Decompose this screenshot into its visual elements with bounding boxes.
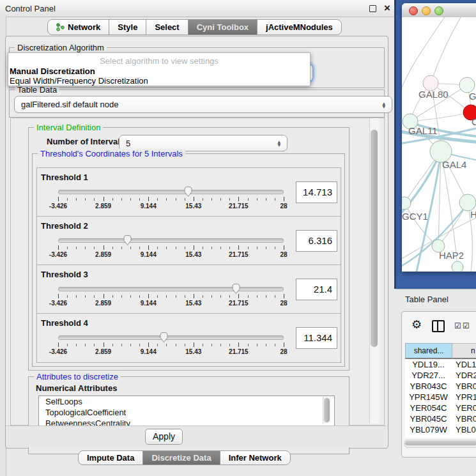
tab-select[interactable]: Select xyxy=(146,19,188,35)
table-row[interactable]: YBR045CYBR0 xyxy=(405,413,476,424)
table-data-combobox[interactable]: galFiltered.sif default node ▲▼ xyxy=(14,96,392,113)
tick-mark xyxy=(58,342,59,347)
column-header-name[interactable]: n xyxy=(452,343,476,359)
tab-network[interactable]: Network xyxy=(47,19,109,35)
tick-mark xyxy=(104,294,104,298)
cell[interactable]: YDR2 xyxy=(456,370,476,381)
float-window-icon[interactable] xyxy=(369,5,376,12)
cell[interactable]: YDL1 xyxy=(456,359,476,370)
table-row[interactable]: YER054CYER0 xyxy=(405,403,476,413)
tab-jactivemnodules[interactable]: jActiveMNodules xyxy=(257,19,342,35)
cell[interactable]: YDL19... xyxy=(405,359,452,370)
tab-infer-network[interactable]: Infer Network xyxy=(220,450,291,465)
tab-cyni-toolbox[interactable]: Cyni Toolbox xyxy=(188,19,257,35)
tick-mark xyxy=(76,247,77,249)
axis-tick-label: 9.144 xyxy=(141,300,157,307)
numerical-attributes-list[interactable]: SelfLoops TopologicalCoefficient Between… xyxy=(38,395,335,426)
tick-mark xyxy=(176,295,176,298)
tick-mark xyxy=(121,247,122,249)
network-node[interactable] xyxy=(452,261,463,272)
close-traffic-light-icon[interactable] xyxy=(409,6,418,15)
table-row[interactable]: YLR345WYLR3 xyxy=(405,435,476,438)
slider-thumb[interactable] xyxy=(123,234,132,246)
checkbox-icon[interactable]: ☑ xyxy=(463,321,470,330)
cell[interactable]: YPR1 xyxy=(456,392,476,403)
list-scrollbar-thumb[interactable] xyxy=(324,398,330,422)
slider-track[interactable] xyxy=(58,287,284,291)
number-of-intervals-label: Number of Intervals xyxy=(47,137,125,146)
cell[interactable]: YLR345W xyxy=(405,435,452,438)
network-window-titlebar[interactable] xyxy=(402,3,476,18)
threshold-label: Threshold 4 xyxy=(41,318,88,328)
threshold-value-field[interactable]: 21.4 xyxy=(296,279,337,300)
group-title: Discretization Algorithm xyxy=(15,43,107,52)
table-row[interactable]: YBL079WYBL0 xyxy=(405,424,476,435)
tick-mark xyxy=(229,247,230,249)
slider-thumb[interactable] xyxy=(183,186,193,197)
vertical-scrollbar-thumb[interactable] xyxy=(371,130,378,347)
tab-label: jActiveMNodules xyxy=(266,22,333,32)
table-row[interactable]: YDR27...YDR2 xyxy=(405,370,476,381)
threshold-slider[interactable]: -3.4262.8599.14415.4321.71528 xyxy=(58,236,284,255)
cell[interactable]: YLR3 xyxy=(456,435,476,438)
horizontal-scrollbar-thumb[interactable] xyxy=(405,441,476,445)
tick-mark xyxy=(194,294,194,298)
slider-track[interactable] xyxy=(58,238,284,243)
split-columns-icon[interactable] xyxy=(432,320,445,332)
tick-mark xyxy=(211,295,212,298)
slider-thumb[interactable] xyxy=(231,283,241,295)
combo-arrows-icon: ▲▼ xyxy=(277,140,280,146)
cell[interactable]: YBL079W xyxy=(405,424,452,435)
network-canvas[interactable]: GAL80GACGAL11GAL4GCY1HHAP2 xyxy=(402,17,476,272)
table-row[interactable]: YPR145WYPR1 xyxy=(405,392,476,403)
cell[interactable]: YBR0 xyxy=(456,381,476,392)
slider-tick-labels: -3.4262.8599.14415.4321.71528 xyxy=(58,251,284,259)
slider-tick-labels: -3.4262.8599.14415.4321.71528 xyxy=(58,203,284,210)
threshold-value-field[interactable]: 11.344 xyxy=(296,327,337,349)
apply-button[interactable]: Apply xyxy=(145,429,183,445)
slider-track[interactable] xyxy=(58,190,284,194)
table-row[interactable]: YBR043CYBR0 xyxy=(405,381,476,392)
tab-discretize-data[interactable]: Discretize Data xyxy=(142,450,220,465)
tick-mark xyxy=(194,342,194,347)
network-view-window[interactable]: GAL80GACGAL11GAL4GCY1HHAP2 xyxy=(402,3,476,272)
tick-mark xyxy=(275,247,275,249)
cell[interactable]: YBR0 xyxy=(456,413,476,424)
slider-track[interactable] xyxy=(58,335,284,340)
threshold-value-field[interactable]: 6.316 xyxy=(296,230,337,252)
cell[interactable]: YPR145W xyxy=(405,392,452,403)
cell[interactable]: YBR043C xyxy=(405,381,452,392)
tick-mark xyxy=(176,198,176,201)
slider-thumb[interactable] xyxy=(159,332,169,343)
gear-icon[interactable]: ⚙ xyxy=(411,318,422,331)
list-item[interactable]: SelfLoops xyxy=(39,396,334,407)
cell[interactable]: YER054C xyxy=(405,403,452,413)
tick-mark xyxy=(176,344,176,346)
tick-mark xyxy=(85,247,86,249)
minimize-traffic-light-icon[interactable] xyxy=(422,6,431,15)
cell[interactable]: YDR27... xyxy=(405,370,452,381)
tab-impute-data[interactable]: Impute Data xyxy=(78,450,143,465)
threshold-slider[interactable]: -3.4262.8599.14415.4321.71528 xyxy=(58,187,284,206)
axis-tick-label: 15.43 xyxy=(185,251,201,258)
popup-item-equal-width-frequency[interactable]: Equal Width/Frequency Discretization xyxy=(10,76,148,86)
list-item[interactable]: TopologicalCoefficient xyxy=(39,407,334,418)
close-icon[interactable]: × xyxy=(384,2,390,15)
table-row[interactable]: YDL19...YDL1 xyxy=(405,359,476,370)
network-node[interactable] xyxy=(402,197,411,210)
cell[interactable]: YBL0 xyxy=(456,424,476,435)
threshold-value-field[interactable]: 14.713 xyxy=(296,181,337,203)
column-header-shared[interactable]: shared... xyxy=(405,343,452,359)
axis-tick-label: 21.715 xyxy=(229,203,249,210)
horizontal-scrollbar[interactable] xyxy=(404,440,476,448)
threshold-panel-4: Threshold 4 -3.4262.8599.14415.4321.7152… xyxy=(36,313,341,363)
threshold-slider[interactable]: -3.4262.8599.14415.4321.71528 xyxy=(58,333,284,352)
cell[interactable]: YBR045C xyxy=(405,413,452,424)
zoom-traffic-light-icon[interactable] xyxy=(434,6,443,15)
threshold-slider[interactable]: -3.4262.8599.14415.4321.71528 xyxy=(58,284,284,303)
tab-style[interactable]: Style xyxy=(109,19,146,35)
cell[interactable]: YER0 xyxy=(456,403,476,413)
popup-item-manual-discretization[interactable]: Manual Discretization xyxy=(10,66,95,76)
combo-value: 5 xyxy=(126,139,130,148)
checkbox-icon[interactable]: ☑ xyxy=(454,321,461,330)
